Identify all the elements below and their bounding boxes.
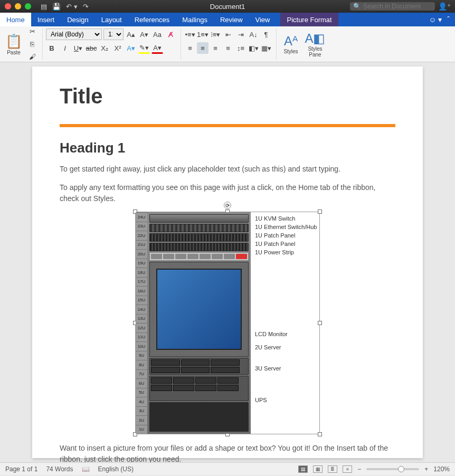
ruler-mark: 5U xyxy=(136,388,147,397)
page[interactable]: Title Heading 1 To get started right awa… xyxy=(32,66,423,458)
tab-references[interactable]: References xyxy=(128,13,176,26)
format-painter-icon[interactable]: 🖌 xyxy=(26,51,38,63)
tab-view[interactable]: View xyxy=(249,13,277,26)
word-count[interactable]: 74 Words xyxy=(46,465,73,473)
cut-icon[interactable]: ✂ xyxy=(26,26,38,37)
power-strip xyxy=(149,252,249,261)
label-kvm: 1U KVM Switch xyxy=(255,215,295,222)
draft-view[interactable]: ≡ xyxy=(343,465,352,473)
spellcheck-icon[interactable]: 📖 xyxy=(82,465,90,473)
paste-icon: 📋 xyxy=(5,33,22,50)
decrease-indent-icon[interactable]: ⇤ xyxy=(222,28,234,40)
paragraph-group: •≡▾ 1≡▾ ⁝≡▾ ⇤ ⇥ A↓ ¶ ≡ ≡ ≡ ≡ ↕≡ ◧▾ ▦▾ xyxy=(184,28,277,60)
zoom-window[interactable] xyxy=(25,3,31,9)
label-patch1: 1U Patch Panel xyxy=(255,232,295,239)
tab-layout[interactable]: Layout xyxy=(95,13,128,26)
zoom-thumb[interactable] xyxy=(398,466,404,472)
zoom-slider[interactable] xyxy=(366,468,419,470)
minimize-window[interactable] xyxy=(15,3,21,9)
tab-insert[interactable]: Insert xyxy=(31,13,61,26)
font-name-select[interactable]: Arial (Body) xyxy=(46,28,102,40)
align-center-icon[interactable]: ≡ xyxy=(197,42,208,54)
ruler-mark: 24U xyxy=(136,212,147,222)
numbering-icon[interactable]: 1≡▾ xyxy=(197,28,208,40)
redo-icon[interactable]: ↷ xyxy=(83,3,89,11)
patch-panel-1 xyxy=(149,233,249,242)
font-size-select[interactable]: 12 xyxy=(103,28,124,40)
text-effects-icon[interactable]: A▾ xyxy=(125,42,137,54)
search-input[interactable] xyxy=(363,3,432,10)
styles-pane-icon: A◧ xyxy=(305,31,325,46)
page-indicator[interactable]: Page 1 of 1 xyxy=(5,465,37,473)
feedback-icon[interactable]: ☺ ▾ xyxy=(429,15,442,24)
close-window[interactable] xyxy=(5,3,11,9)
language-indicator[interactable]: English (US) xyxy=(98,465,134,473)
tab-mailings[interactable]: Mailings xyxy=(176,13,214,26)
web-layout-view[interactable]: ▦ xyxy=(313,465,323,473)
grow-font-icon[interactable]: A▴ xyxy=(125,28,137,40)
change-case-icon[interactable]: Aa xyxy=(151,28,163,40)
align-left-icon[interactable]: ≡ xyxy=(184,42,196,54)
tab-picture-format[interactable]: Picture Format xyxy=(280,13,338,26)
tab-design[interactable]: Design xyxy=(61,13,94,26)
shrink-font-icon[interactable]: A▾ xyxy=(138,28,150,40)
ruler-mark: 13U xyxy=(136,314,147,323)
font-group: Arial (Body) 12 A▴ A▾ Aa A̸ B I U▾ abc X… xyxy=(46,28,181,60)
bold-button[interactable]: B xyxy=(46,42,58,54)
ruler-mark: 20U xyxy=(136,249,147,259)
outline-view[interactable]: ≣ xyxy=(328,465,337,473)
heading-1[interactable]: Heading 1 xyxy=(60,140,395,156)
ribbon-tabs: Home Insert Design Layout References Mai… xyxy=(0,13,455,26)
shading-icon[interactable]: ◧▾ xyxy=(248,42,259,54)
paragraph-1[interactable]: To get started right away, just click an… xyxy=(60,164,395,175)
italic-button[interactable]: I xyxy=(59,42,71,54)
superscript-button[interactable]: X² xyxy=(112,42,124,54)
tab-review[interactable]: Review xyxy=(214,13,249,26)
multilevel-list-icon[interactable]: ⁝≡▾ xyxy=(210,28,221,40)
line-spacing-icon[interactable]: ↕≡ xyxy=(235,42,247,54)
sort-icon[interactable]: A↓ xyxy=(248,28,259,40)
label-patch2: 1U Patch Panel xyxy=(255,241,295,247)
print-layout-view[interactable]: ▤ xyxy=(298,465,308,473)
search-icon: 🔍 xyxy=(353,3,361,10)
clipboard-group: 📋 Paste ✂ ⎘ 🖌 xyxy=(3,28,43,60)
save-icon[interactable]: 💾 xyxy=(52,3,61,11)
zoom-in-icon[interactable]: + xyxy=(424,465,428,473)
document-canvas[interactable]: Title Heading 1 To get started right awa… xyxy=(0,62,455,462)
bullets-icon[interactable]: •≡▾ xyxy=(184,28,196,40)
show-marks-icon[interactable]: ¶ xyxy=(260,28,272,40)
clear-formatting-icon[interactable]: A̸ xyxy=(165,28,176,40)
strikethrough-button[interactable]: abc xyxy=(86,42,97,54)
search-box[interactable]: 🔍 xyxy=(350,2,435,11)
selected-picture[interactable]: ⟳ 1U2U3U4U5U6U7U8U9U10U11U12U13U14U15U16… xyxy=(135,212,320,434)
font-color-icon[interactable]: A▾ xyxy=(151,42,163,54)
titlebar: ▤ 💾 ↶ ▾ ↷ Document1 🔍 👤⁺ xyxy=(0,0,455,13)
subscript-button[interactable]: X₂ xyxy=(99,42,110,54)
align-right-icon[interactable]: ≡ xyxy=(210,42,221,54)
styles-button[interactable]: Aᴬ Styles xyxy=(280,34,302,54)
kvm-switch xyxy=(149,214,249,223)
borders-icon[interactable]: ▦▾ xyxy=(260,42,272,54)
zoom-out-icon[interactable]: − xyxy=(357,465,361,473)
underline-button[interactable]: U▾ xyxy=(72,42,84,54)
ruler-mark: 23U xyxy=(136,222,147,231)
justify-icon[interactable]: ≡ xyxy=(222,42,234,54)
rotate-handle[interactable]: ⟳ xyxy=(224,202,231,209)
autosave-icon[interactable]: ▤ xyxy=(41,3,47,11)
title-text[interactable]: Title xyxy=(60,84,395,108)
collapse-ribbon-icon[interactable]: ˆ xyxy=(447,15,450,24)
paragraph-3[interactable]: Want to insert a picture from your files… xyxy=(60,443,395,462)
tab-home[interactable]: Home xyxy=(0,13,31,26)
ruler-mark: 8U xyxy=(136,360,147,369)
styles-pane-button[interactable]: A◧ Styles Pane xyxy=(304,31,326,58)
copy-icon[interactable]: ⎘ xyxy=(26,39,38,50)
paragraph-2[interactable]: To apply any text formatting you see on … xyxy=(60,182,395,204)
undo-icon[interactable]: ↶ ▾ xyxy=(66,3,78,11)
paste-button[interactable]: 📋 Paste xyxy=(3,33,24,55)
share-icon[interactable]: 👤⁺ xyxy=(438,2,451,11)
zoom-level[interactable]: 120% xyxy=(433,465,450,473)
increase-indent-icon[interactable]: ⇥ xyxy=(235,28,247,40)
ruler-mark: 7U xyxy=(136,369,147,379)
server-3u xyxy=(149,376,249,401)
highlight-icon[interactable]: ✎▾ xyxy=(138,42,150,54)
